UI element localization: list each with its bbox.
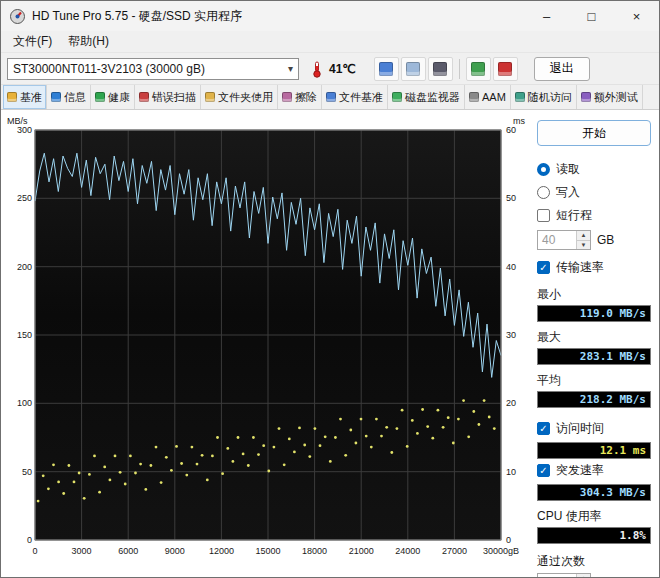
start-button[interactable]: 开始	[537, 120, 651, 146]
tab-benchmark[interactable]: 基准	[3, 85, 47, 109]
minimize-button[interactable]: –	[524, 1, 569, 31]
tab-extra-tests[interactable]: 额外测试	[577, 85, 643, 109]
main-content: 3002502001501005006050403020100030006000…	[1, 110, 659, 578]
svg-text:MB/s: MB/s	[7, 116, 28, 126]
pass-count-spinner[interactable]: 1 ▲ ▼	[537, 573, 591, 578]
burst-rate-display: 304.3 MB/s	[537, 484, 651, 501]
save-results-button[interactable]	[466, 57, 491, 81]
hd-tune-window: HD Tune Pro 5.75 - 硬盘/SSD 实用程序 – □ × 文件(…	[1, 1, 659, 577]
temperature-value: 41℃	[329, 62, 356, 76]
svg-text:ms: ms	[513, 116, 525, 126]
burst-rate-checkbox[interactable]: ✓	[537, 464, 550, 477]
short-stroke-spinner[interactable]: 40 ▲ ▼	[537, 230, 591, 250]
tab-erase[interactable]: 擦除	[278, 85, 322, 109]
short-stroke-size-row: 40 ▲ ▼ GB	[537, 230, 651, 250]
access-time-row[interactable]: ✓ 访问时间	[537, 420, 651, 437]
short-stroke-label: 短行程	[556, 207, 592, 224]
tab-label: AAM	[482, 91, 506, 103]
avg-label: 平均	[537, 372, 651, 389]
svg-text:24000: 24000	[395, 546, 420, 556]
svg-text:30: 30	[506, 330, 516, 340]
svg-text:200: 200	[17, 262, 32, 272]
tab-random-access[interactable]: 随机访问	[511, 85, 577, 109]
read-radio[interactable]	[537, 163, 550, 176]
info-icon	[51, 92, 61, 102]
svg-text:40: 40	[506, 262, 516, 272]
menu-bar: 文件(F)帮助(H)	[1, 31, 659, 52]
tab-label: 信息	[64, 90, 86, 105]
chevron-down-icon: ▾	[288, 63, 293, 74]
svg-text:15000: 15000	[255, 546, 280, 556]
cpu-usage-display: 1.8%	[537, 527, 651, 544]
svg-text:27000: 27000	[442, 546, 467, 556]
tab-info[interactable]: 信息	[47, 85, 91, 109]
tab-label: 额外测试	[594, 90, 638, 105]
pass-count-row: 1 ▲ ▼	[537, 573, 651, 578]
menu-item-0[interactable]: 文件(F)	[5, 31, 60, 52]
benchmark-chart-svg: 3002502001501005006050403020100030006000…	[5, 114, 527, 560]
window-controls: – □ ×	[524, 1, 659, 31]
window-title: HD Tune Pro 5.75 - 硬盘/SSD 实用程序	[32, 8, 242, 25]
svg-text:50: 50	[506, 193, 516, 203]
update-icon	[498, 62, 512, 76]
read-radio-row[interactable]: 读取	[537, 161, 651, 178]
close-button[interactable]: ×	[614, 1, 659, 31]
svg-text:300: 300	[17, 125, 32, 135]
screenshot-camera-button[interactable]	[428, 57, 453, 81]
transfer-rate-checkbox[interactable]: ✓	[537, 261, 550, 274]
app-icon	[10, 9, 25, 24]
benchmark-icon	[7, 92, 17, 102]
update-button[interactable]	[493, 57, 518, 81]
tab-error-scan[interactable]: 错误扫描	[135, 85, 201, 109]
gb-unit-label: GB	[597, 233, 614, 247]
cpu-usage-label: CPU 使用率	[537, 508, 651, 525]
read-radio-label: 读取	[556, 161, 580, 178]
burst-rate-label: 突发速率	[556, 462, 604, 479]
spinner-arrows[interactable]: ▲ ▼	[576, 574, 590, 578]
copy-screen-icon	[379, 62, 393, 76]
save-results-icon	[471, 62, 485, 76]
copy-data-button[interactable]	[401, 57, 426, 81]
min-value-display: 119.0 MB/s	[537, 305, 651, 322]
drive-selector[interactable]: ST30000NT011-3V2103 (30000 gB) ▾	[7, 58, 299, 80]
exit-button[interactable]: 退出	[534, 57, 590, 81]
transfer-rate-row[interactable]: ✓ 传输速率	[537, 259, 651, 276]
tab-aam[interactable]: AAM	[465, 85, 511, 109]
spinner-down-icon[interactable]: ▼	[577, 241, 590, 250]
drive-selector-value: ST30000NT011-3V2103 (30000 gB)	[13, 62, 205, 76]
svg-text:250: 250	[17, 193, 32, 203]
tab-file-benchmark[interactable]: 文件基准	[322, 85, 388, 109]
tab-disk-monitor[interactable]: 磁盘监视器	[388, 85, 465, 109]
tab-label: 错误扫描	[152, 90, 196, 105]
burst-rate-row[interactable]: ✓ 突发速率	[537, 462, 651, 479]
toolbar: ST30000NT011-3V2103 (30000 gB) ▾ 41℃ 退出	[1, 52, 659, 84]
toolbar-separator	[459, 59, 460, 79]
spinner-arrows[interactable]: ▲ ▼	[576, 231, 590, 249]
menu-item-1[interactable]: 帮助(H)	[60, 31, 117, 52]
copy-data-icon	[406, 62, 420, 76]
tab-label: 文件基准	[339, 90, 383, 105]
tab-health[interactable]: 健康	[91, 85, 135, 109]
svg-text:60: 60	[506, 125, 516, 135]
write-radio[interactable]	[537, 186, 550, 199]
maximize-button[interactable]: □	[569, 1, 614, 31]
svg-text:0: 0	[506, 535, 511, 545]
svg-text:0: 0	[32, 546, 37, 556]
tab-label: 擦除	[295, 90, 317, 105]
pass-count-value: 1	[538, 574, 576, 578]
access-time-checkbox[interactable]: ✓	[537, 422, 550, 435]
svg-text:21000: 21000	[349, 546, 374, 556]
random-access-icon	[515, 92, 525, 102]
benchmark-chart: 3002502001501005006050403020100030006000…	[5, 114, 529, 578]
write-radio-label: 写入	[556, 184, 580, 201]
spinner-up-icon[interactable]: ▲	[577, 231, 590, 241]
spinner-up-icon[interactable]: ▲	[577, 574, 590, 578]
copy-screen-button[interactable]	[374, 57, 399, 81]
tab-label: 基准	[20, 90, 42, 105]
svg-text:100: 100	[17, 398, 32, 408]
short-stroke-row[interactable]: 短行程	[537, 207, 651, 224]
write-radio-row[interactable]: 写入	[537, 184, 651, 201]
avg-value-display: 218.2 MB/s	[537, 391, 651, 408]
tab-folder-usage[interactable]: 文件夹使用	[201, 85, 278, 109]
short-stroke-checkbox[interactable]	[537, 209, 550, 222]
